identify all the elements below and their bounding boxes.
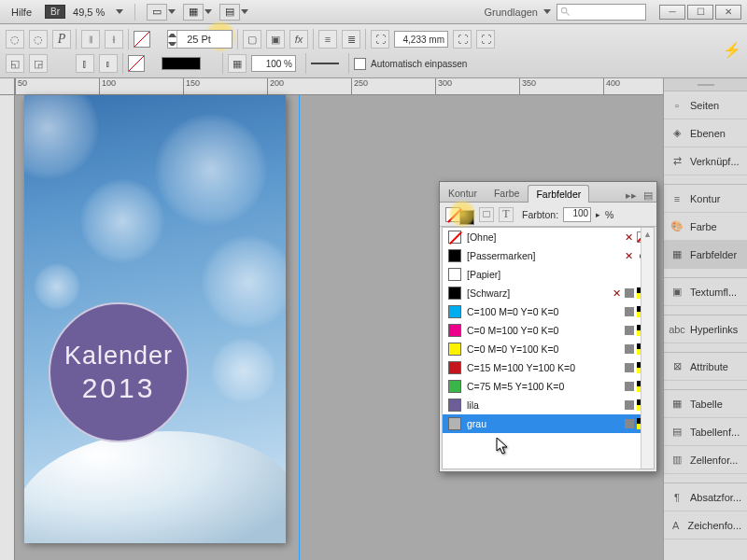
selection-icon[interactable]: ◌ xyxy=(6,30,24,49)
selection-alt-icon[interactable]: ◌ xyxy=(29,30,48,49)
view-options-icon[interactable]: ▤ xyxy=(219,4,240,21)
align-icon-1[interactable]: ⫴ xyxy=(81,30,100,49)
panel-tab-pages[interactable]: ▫Seiten xyxy=(664,91,747,119)
scroll-up-icon[interactable]: ▲ xyxy=(641,228,654,241)
panel-tab-stroke[interactable]: ≡Kontur xyxy=(664,185,747,213)
frame-fit-icon[interactable]: ⛶ xyxy=(371,30,389,49)
align-icon-2[interactable]: ⫲ xyxy=(105,30,123,49)
collapse-icon[interactable]: ▸▸ xyxy=(623,189,640,202)
swatches-icon: ▦ xyxy=(669,248,684,261)
vertical-ruler[interactable] xyxy=(0,95,15,560)
workspace-switcher[interactable]: Grundlagen ─ ☐ ✕ xyxy=(485,4,742,21)
bridge-badge[interactable]: Br xyxy=(45,5,65,19)
swatch-row[interactable]: C=0 M=0 Y=100 K=0 xyxy=(443,340,654,358)
svg-line-1 xyxy=(566,12,569,15)
swatches-panel[interactable]: Kontur Farbe Farbfelder ▸▸ ▤ □ T Farbton… xyxy=(439,181,657,472)
swatch-row[interactable]: C=75 M=5 Y=100 K=0 xyxy=(443,377,654,396)
panel-tab-color[interactable]: 🎨Farbe xyxy=(664,213,747,241)
panel-tab-textwrap[interactable]: ▣Textumfl... xyxy=(664,278,747,306)
swatch-row[interactable]: C=100 M=0 Y=0 K=0 xyxy=(443,302,654,321)
swatch-name: [Passermarken] xyxy=(467,250,617,261)
vertical-guide[interactable] xyxy=(299,95,300,560)
panel-tab-parastyles[interactable]: ¶Absatzfor... xyxy=(664,483,747,511)
maximize-button[interactable]: ☐ xyxy=(687,5,713,20)
swatch-row[interactable]: [Passermarken]✕⊕ xyxy=(443,246,654,265)
distribute-icon-1[interactable]: ⫿ xyxy=(76,54,94,73)
charstyles-icon: A xyxy=(669,519,683,532)
panel-tab-cellstyles[interactable]: ▥Zellenfor... xyxy=(664,446,747,474)
fill-proxy-icon[interactable] xyxy=(459,210,474,225)
ruler-tick: 50 xyxy=(15,78,27,94)
stroke-swatch[interactable] xyxy=(134,31,150,48)
zoom-value: 49,5 % xyxy=(73,7,114,18)
panel-tab-charstyles[interactable]: AZeichenfo... xyxy=(664,511,747,539)
dock-grip[interactable] xyxy=(664,78,747,91)
panel-tab-hyperlinks[interactable]: abcHyperlinks xyxy=(664,315,747,343)
proc-icon xyxy=(625,326,634,335)
search-field[interactable] xyxy=(557,4,646,21)
close-button[interactable]: ✕ xyxy=(715,5,741,20)
fill-color-swatch[interactable] xyxy=(162,57,201,70)
x-icon: ✕ xyxy=(611,287,622,299)
swatch-row[interactable]: [Papier] xyxy=(443,265,654,284)
zoom-dropdown[interactable]: 49,5 % xyxy=(73,7,123,18)
stepper-icon[interactable] xyxy=(168,31,177,48)
screen-mode-icon[interactable]: ▭ xyxy=(147,4,167,21)
panel-tab-attributes[interactable]: ⊠Attribute xyxy=(664,353,747,381)
panel-tab-kontur[interactable]: Kontur xyxy=(440,184,486,202)
effects-icon-1[interactable]: ▢ xyxy=(243,30,261,49)
distribute-icon-2[interactable]: ⫾ xyxy=(99,54,118,73)
text-columns-icon[interactable]: ≡ xyxy=(318,30,337,49)
text-wrap-icon[interactable]: ≣ xyxy=(342,30,360,49)
lightning-icon[interactable]: ⚡ xyxy=(723,41,741,59)
tint-slider-icon[interactable]: ▸ xyxy=(596,210,600,219)
text-format-button[interactable]: T xyxy=(499,207,514,222)
scrollbar[interactable]: ▲ xyxy=(641,228,654,469)
fill-none-swatch[interactable] xyxy=(128,55,145,72)
arrange-docs-icon[interactable]: ▦ xyxy=(183,4,204,21)
fit-frame-icon[interactable]: ⛶ xyxy=(476,30,495,49)
panel-tab-farbfelder[interactable]: Farbfelder xyxy=(528,185,589,203)
panel-tab-links[interactable]: ⇄Verknüpf... xyxy=(664,147,747,175)
swatch-row[interactable]: [Ohne]✕ xyxy=(443,228,654,246)
ruler-tick: 100 xyxy=(99,78,116,94)
swatch-row[interactable]: C=15 M=100 Y=100 K=0 xyxy=(443,358,654,377)
panel-menu-icon[interactable]: ▤ xyxy=(640,189,656,202)
bokeh-icon xyxy=(34,263,80,310)
menu-help[interactable]: Hilfe xyxy=(6,5,37,20)
swatch-row[interactable]: lila xyxy=(443,396,654,414)
fill-stroke-proxy[interactable] xyxy=(445,207,460,222)
panel-tab-swatches[interactable]: ▦Farbfelder xyxy=(664,241,747,269)
fit-content-icon[interactable]: ⛶ xyxy=(453,30,472,49)
panel-tab-farbe[interactable]: Farbe xyxy=(486,184,528,202)
panel-tab-tablestyles[interactable]: ▤Tabellenf... xyxy=(664,418,747,446)
minimize-button[interactable]: ─ xyxy=(659,5,685,20)
fx-icon[interactable]: fx xyxy=(289,30,308,49)
hyperlinks-icon: abc xyxy=(669,323,684,336)
stroke-weight-field[interactable]: 25 Pt xyxy=(167,30,233,49)
container-icon-1[interactable]: ◱ xyxy=(6,54,24,73)
opacity-field[interactable]: 100 % xyxy=(251,55,296,72)
effects-icon-2[interactable]: ▣ xyxy=(266,30,285,49)
container-format-button[interactable]: □ xyxy=(479,207,494,222)
panel-tab-layers[interactable]: ◈Ebenen xyxy=(664,119,747,147)
calendar-title-circle[interactable]: Kalender 2013 xyxy=(49,302,189,442)
autofit-checkbox[interactable] xyxy=(354,58,366,70)
separator xyxy=(222,53,223,74)
swatch-name: C=75 M=5 Y=100 K=0 xyxy=(467,381,619,392)
horizontal-ruler[interactable]: 50 100 150 200 250 300 350 400 xyxy=(15,78,663,95)
paragraph-icon[interactable]: P xyxy=(52,30,71,49)
ruler-tick: 300 xyxy=(435,78,452,94)
panel-tab-table[interactable]: ▦Tabelle xyxy=(664,390,747,418)
ruler-origin[interactable] xyxy=(0,78,15,95)
swatch-row[interactable]: [Schwarz]✕ xyxy=(443,284,654,302)
swatch-row[interactable]: grau xyxy=(443,414,654,433)
ruler-tick: 350 xyxy=(519,78,536,94)
swatch-row[interactable]: C=0 M=100 Y=0 K=0 xyxy=(443,321,654,340)
opacity-icon[interactable]: ▦ xyxy=(228,54,247,73)
line-style-icon[interactable] xyxy=(311,63,339,64)
spacing-field[interactable]: 4,233 mm xyxy=(394,31,448,48)
container-icon-2[interactable]: ◲ xyxy=(29,54,48,73)
tint-input[interactable]: 100 xyxy=(563,207,591,222)
document-page[interactable]: Kalender 2013 xyxy=(24,95,286,543)
